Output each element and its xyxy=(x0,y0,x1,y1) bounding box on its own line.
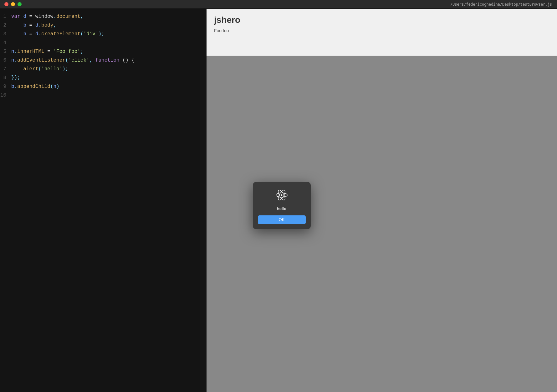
line-content: }); xyxy=(11,75,20,81)
svg-point-3 xyxy=(281,194,283,196)
token: ( xyxy=(65,58,69,63)
file-path: /Users/federicoghedina/Desktop/testBrows… xyxy=(450,2,552,7)
token: body xyxy=(41,23,53,28)
alert-message: hello xyxy=(277,206,286,211)
code-line: 1var d = window.document, xyxy=(0,14,207,23)
token: . xyxy=(14,49,18,54)
line-content: n = d.createElement('div'); xyxy=(11,31,105,37)
line-number: 6 xyxy=(0,58,11,63)
token: . xyxy=(14,58,18,63)
token: ; xyxy=(80,49,84,54)
token: ); xyxy=(62,66,68,72)
token: = xyxy=(26,14,35,19)
token: d xyxy=(35,23,38,28)
line-number: 9 xyxy=(0,84,11,89)
code-line: 10 xyxy=(0,93,207,101)
token: () { xyxy=(120,58,135,63)
token: n xyxy=(23,31,26,37)
token: }); xyxy=(11,75,20,81)
token: 'hello' xyxy=(41,66,62,72)
line-number: 4 xyxy=(0,40,11,46)
token: ( xyxy=(38,66,41,72)
token: 'div' xyxy=(83,31,98,37)
token: createElement xyxy=(41,31,80,37)
line-content: n.addEventListener('click', function () … xyxy=(11,58,135,63)
code-lines: 1var d = window.document,2 b = d.body,3 … xyxy=(0,9,207,106)
browser-title: jshero xyxy=(214,15,549,25)
token: var xyxy=(11,14,23,19)
token xyxy=(11,23,23,28)
code-line: 3 n = d.createElement('div'); xyxy=(0,31,207,40)
traffic-lights xyxy=(0,2,22,6)
token: 'click' xyxy=(68,58,89,63)
line-number: 3 xyxy=(0,31,11,37)
alert-dialog: hello OK xyxy=(253,182,311,229)
browser-body-text: Foo foo xyxy=(214,28,549,33)
titlebar: /Users/federicoghedina/Desktop/testBrows… xyxy=(0,0,557,9)
token: n xyxy=(53,84,56,89)
line-number: 2 xyxy=(0,23,11,28)
code-line: 4 xyxy=(0,40,207,49)
token: . xyxy=(14,84,18,89)
token: , xyxy=(89,58,95,63)
token: appendChild xyxy=(17,84,50,89)
line-content: b.appendChild(n) xyxy=(11,84,59,89)
line-number: 8 xyxy=(0,75,11,81)
token xyxy=(11,66,23,72)
line-number: 10 xyxy=(0,93,11,98)
code-line: 2 b = d.body, xyxy=(0,23,207,31)
token: alert xyxy=(23,66,38,72)
token: = xyxy=(26,31,35,37)
browser-content: jshero Foo foo xyxy=(207,9,557,56)
token: ); xyxy=(99,31,105,37)
line-number: 1 xyxy=(0,14,11,19)
line-content: alert('hello'); xyxy=(11,66,68,72)
alert-ok-button[interactable]: OK xyxy=(258,215,306,224)
token: = xyxy=(26,23,35,28)
token: document xyxy=(56,14,80,19)
token: innerHTML xyxy=(17,49,44,54)
atom-icon xyxy=(275,188,289,202)
token: . xyxy=(53,14,56,19)
line-number: 7 xyxy=(0,66,11,72)
maximize-button[interactable] xyxy=(18,2,22,6)
code-line: 6n.addEventListener('click', function ()… xyxy=(0,58,207,66)
minimize-button[interactable] xyxy=(11,2,15,6)
token: . xyxy=(38,23,41,28)
token: ( xyxy=(50,84,54,89)
token: addEventListener xyxy=(17,58,65,63)
line-number: 5 xyxy=(0,49,11,54)
token: 'Foo foo' xyxy=(53,49,80,54)
code-line: 8}); xyxy=(0,75,207,84)
code-line: 7 alert('hello'); xyxy=(0,66,207,75)
line-content: b = d.body, xyxy=(11,23,56,28)
token xyxy=(11,31,23,37)
code-line: 5n.innerHTML = 'Foo foo'; xyxy=(0,49,207,58)
code-editor: 1var d = window.document,2 b = d.body,3 … xyxy=(0,9,207,392)
token: function xyxy=(95,58,120,63)
token: d xyxy=(35,31,38,37)
token: , xyxy=(53,23,56,28)
token: = xyxy=(44,49,54,54)
token: window xyxy=(35,14,54,19)
code-line: 9b.appendChild(n) xyxy=(0,84,207,93)
token: . xyxy=(38,31,41,37)
line-content: n.innerHTML = 'Foo foo'; xyxy=(11,49,83,54)
token: n xyxy=(11,49,14,54)
token: d xyxy=(23,14,26,19)
token: b xyxy=(23,23,26,28)
close-button[interactable] xyxy=(4,2,8,6)
token: n xyxy=(11,58,14,63)
token: ) xyxy=(56,84,59,89)
token: , xyxy=(80,14,84,19)
token: b xyxy=(11,84,14,89)
line-content: var d = window.document, xyxy=(11,14,83,19)
